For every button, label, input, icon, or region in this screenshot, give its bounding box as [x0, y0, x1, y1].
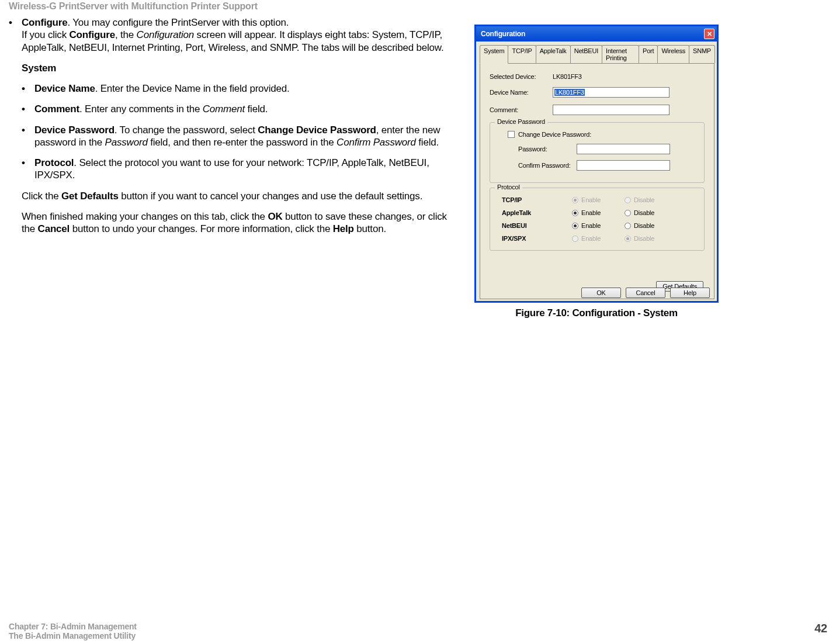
figure-wrap: Configuration ✕ System TCP/IP AppleTalk … [474, 25, 719, 319]
enable-label: Enable [581, 209, 601, 216]
bullet-dot: • [9, 16, 22, 29]
tab-internet-printing[interactable]: Internet Printing [602, 45, 639, 63]
protocol-name: IPX/SPX [502, 235, 572, 242]
ok-button[interactable]: OK [581, 288, 621, 298]
t: Confirm Password [337, 137, 416, 148]
protocol-name: AppleTalk [502, 209, 572, 216]
disable-label: Disable [634, 196, 654, 203]
close-button[interactable]: ✕ [704, 29, 714, 39]
enable-label: Enable [581, 222, 601, 229]
page-number: 42 [814, 622, 827, 640]
confirm-password-label: Confirm Password: [518, 162, 577, 169]
enable-label: Enable [581, 235, 601, 242]
configuration-dialog: Configuration ✕ System TCP/IP AppleTalk … [474, 25, 719, 303]
configure-para: If you click Configure, the Configuratio… [22, 29, 453, 54]
t: Click the [22, 191, 61, 202]
tab-snmp[interactable]: SNMP [689, 45, 715, 63]
t: button to undo your changes. For more in… [70, 223, 333, 234]
li-protocol: Protocol. Select the protocol you want t… [34, 157, 453, 182]
t: . To change the password, select [115, 124, 258, 136]
device-password-legend: Device Password [495, 118, 547, 125]
netbeui-enable-radio[interactable] [572, 223, 578, 229]
device-name-value: LK801FF3 [554, 89, 585, 96]
t: Change Device Password [258, 124, 376, 136]
tab-port[interactable]: Port [639, 45, 658, 63]
tab-wireless[interactable]: Wireless [657, 45, 689, 63]
comment-input[interactable] [553, 105, 670, 115]
main-content: • Configure. You may configure the Print… [9, 16, 453, 243]
page-header: Wireless-G PrintServer with Multifunctio… [9, 1, 258, 12]
protocol-row-appletalk: AppleTalk Enable Disable [497, 209, 697, 216]
t: . Enter any comments in the [79, 103, 203, 115]
t: . Enter the Device Name in the field pro… [95, 83, 290, 94]
bullet-dot: • [22, 103, 34, 115]
selected-device-label: Selected Device: [490, 73, 553, 80]
system-heading: System [22, 62, 453, 74]
tcpip-enable-radio [572, 197, 578, 203]
dialog-button-row: OK Cancel Help [581, 288, 710, 298]
t: button if you want to cancel your change… [119, 191, 423, 202]
tab-tcpip[interactable]: TCP/IP [508, 45, 536, 63]
tab-strip: System TCP/IP AppleTalk NetBEUI Internet… [480, 45, 714, 64]
page-footer: Chapter 7: Bi-Admin Management The Bi-Ad… [9, 622, 827, 640]
tab-system[interactable]: System [480, 45, 508, 64]
t: button. [354, 223, 386, 234]
t: field. [245, 103, 268, 115]
t: Configure [69, 29, 115, 40]
change-password-checkbox[interactable] [508, 131, 515, 138]
t: Password [105, 137, 148, 148]
comment-label: Comment: [490, 106, 553, 113]
li-device-name: Device Name. Enter the Device Name in th… [34, 82, 453, 95]
dialog-titlebar: Configuration ✕ [476, 26, 717, 41]
t: OK [268, 211, 282, 222]
t: . Select the protocol you want to use fo… [34, 157, 429, 181]
footer-sub: The Bi-Admin Management Utility [9, 631, 137, 640]
configure-rest: . You may configure the PrintServer with… [67, 17, 289, 28]
protocol-row-ipxspx: IPX/SPX Enable Disable [497, 235, 697, 242]
ipxspx-disable-radio [625, 236, 631, 242]
bullet-dot: • [22, 82, 34, 95]
protocol-name: TCP/IP [502, 196, 572, 203]
t: field, and then re-enter the password in… [148, 137, 337, 148]
change-password-label: Change Device Password: [518, 131, 591, 138]
netbeui-disable-radio[interactable] [625, 223, 631, 229]
ipxspx-enable-radio [572, 236, 578, 242]
t: Comment [34, 103, 79, 115]
t: When finished making your changes on thi… [22, 211, 268, 222]
t: Help [333, 223, 354, 234]
tab-content-system: Selected Device: LK801FF3 Device Name: L… [480, 64, 714, 299]
t: Comment [203, 103, 245, 115]
disable-label: Disable [634, 222, 654, 229]
password-input[interactable] [577, 144, 670, 154]
confirm-password-input[interactable] [577, 160, 670, 171]
t: If you click [22, 29, 69, 40]
appletalk-disable-radio[interactable] [625, 210, 631, 216]
t: Cancel [38, 223, 70, 234]
device-name-input[interactable]: LK801FF3 [553, 87, 670, 98]
t: Device Password [34, 124, 115, 136]
t: Get Defaults [61, 191, 119, 202]
appletalk-enable-radio[interactable] [572, 210, 578, 216]
protocol-group: Protocol TCP/IP Enable Disable AppleTalk… [490, 188, 705, 251]
enable-label: Enable [581, 196, 601, 203]
cancel-button[interactable]: Cancel [626, 288, 665, 298]
tab-appletalk[interactable]: AppleTalk [536, 45, 571, 63]
configure-bold: Configure [22, 17, 67, 28]
figure-caption: Figure 7-10: Configuration - System [474, 307, 719, 319]
t: , the [115, 29, 137, 40]
selected-device-value: LK801FF3 [553, 73, 582, 80]
dialog-title: Configuration [481, 30, 525, 38]
tcpip-disable-radio [625, 197, 631, 203]
t: Protocol [34, 157, 74, 168]
protocol-row-tcpip: TCP/IP Enable Disable [497, 196, 697, 203]
password-label: Password: [518, 146, 577, 153]
bullet-dot: • [22, 124, 34, 149]
footer-chapter: Chapter 7: Bi-Admin Management [9, 622, 137, 631]
tab-netbeui[interactable]: NetBEUI [570, 45, 602, 63]
protocol-row-netbeui: NetBEUI Enable Disable [497, 222, 697, 229]
configure-line: Configure. You may configure the PrintSe… [22, 16, 453, 29]
bullet-dot: • [22, 157, 34, 182]
disable-label: Disable [634, 209, 654, 216]
disable-label: Disable [634, 235, 654, 242]
help-button[interactable]: Help [670, 288, 710, 298]
